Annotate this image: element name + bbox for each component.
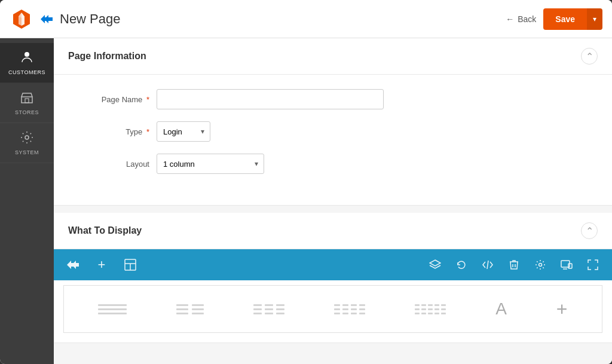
sidebar-item-customers[interactable]: CUSTOMERS	[0, 43, 54, 83]
page-name-label: Page Name *	[78, 95, 149, 104]
svg-marker-15	[430, 260, 440, 266]
fullscreen-icon-button[interactable]	[583, 255, 602, 274]
type-select-wrapper: Login Home Account Custom	[157, 121, 210, 142]
svg-marker-5	[44, 15, 53, 23]
settings-icon-button[interactable]	[531, 255, 550, 274]
svg-point-9	[25, 136, 29, 139]
sidebar-item-label-customers: CUSTOMERS	[8, 69, 45, 75]
main-layout: CUSTOMERS STORES	[0, 38, 612, 364]
system-icon	[20, 130, 34, 147]
page-name-input[interactable]	[157, 89, 384, 109]
sidebar-item-label-stores: STORES	[15, 109, 39, 115]
magento-logo	[10, 7, 33, 31]
back-button-label: Back	[518, 14, 536, 24]
page-information-section: Page Information ⌃ Page Name *	[54, 38, 612, 206]
sidebar-item-stores[interactable]: STORES	[0, 83, 54, 123]
layout-option-4col[interactable]	[334, 304, 365, 314]
type-required: *	[146, 127, 149, 136]
collapse-icon-2: ⌃	[586, 225, 593, 237]
chevron-down-icon: ▾	[593, 15, 596, 23]
svg-marker-11	[72, 261, 79, 269]
what-to-display-title: What To Display	[68, 225, 142, 236]
layout-row: Layout 1 column 2 columns with left bar …	[78, 154, 588, 174]
page-information-title: Page Information	[68, 51, 146, 62]
what-to-display-header: What To Display ⌃	[54, 213, 612, 249]
back-button[interactable]: ← Back	[506, 14, 536, 24]
type-label: Type *	[78, 127, 149, 136]
svg-rect-7	[22, 97, 32, 103]
svg-line-16	[487, 261, 488, 269]
toolbar-right-icons	[426, 255, 602, 274]
page-information-header: Page Information ⌃	[54, 38, 612, 75]
svg-point-19	[539, 264, 542, 267]
sidebar-item-system[interactable]: SYSTEM	[0, 123, 54, 163]
back-arrow-icon: ←	[506, 14, 514, 24]
collapse-icon: ⌃	[586, 51, 593, 62]
type-select[interactable]: Login Home Account Custom	[157, 121, 210, 142]
save-dropdown-button[interactable]: ▾	[587, 8, 602, 30]
customers-icon	[20, 50, 34, 67]
layout-option-5col[interactable]	[415, 304, 446, 314]
code-icon-button[interactable]	[478, 255, 497, 274]
layout-option-1col[interactable]	[98, 304, 127, 314]
delete-icon-button[interactable]	[504, 255, 524, 274]
save-button[interactable]: Save	[543, 8, 587, 30]
what-to-display-section: What To Display ⌃ +	[54, 213, 612, 343]
app-window: New Page ← Back Save ▾	[0, 0, 612, 364]
content-area: Page Information ⌃ Page Name *	[54, 38, 612, 364]
page-name-row: Page Name *	[78, 89, 588, 109]
plus-icon: +	[98, 257, 106, 273]
save-button-group: Save ▾	[543, 8, 602, 30]
layout-select[interactable]: 1 column 2 columns with left bar 2 colum…	[157, 154, 264, 174]
add-content-button[interactable]: +	[92, 255, 111, 274]
layout-button[interactable]	[121, 255, 140, 274]
layout-option-3col[interactable]	[253, 304, 284, 314]
page-title: New Page	[60, 11, 121, 27]
widget-toolbar: +	[54, 249, 612, 280]
widget-icon-button[interactable]	[63, 255, 82, 274]
header-actions: ← Back Save ▾	[506, 8, 602, 30]
header: New Page ← Back Save ▾	[0, 0, 612, 38]
responsive-icon-button[interactable]	[557, 255, 576, 274]
layout-option-2col[interactable]	[176, 304, 204, 314]
type-row: Type * Login Home Account Custom	[78, 121, 588, 142]
history-icon-button[interactable]	[452, 255, 471, 274]
layout-select-wrapper: 1 column 2 columns with left bar 2 colum…	[157, 154, 264, 174]
sidebar-item-label-system: SYSTEM	[15, 149, 39, 155]
svg-point-6	[25, 52, 29, 57]
widget-canvas: A +	[63, 285, 602, 333]
svg-rect-21	[568, 264, 572, 268]
layers-icon-button[interactable]	[426, 255, 445, 274]
stores-icon	[20, 90, 34, 107]
page-name-required: *	[146, 95, 149, 104]
svg-rect-8	[25, 99, 29, 103]
layout-label: Layout	[78, 160, 149, 169]
page-information-body: Page Name * Type * Login	[54, 75, 612, 205]
text-element-button[interactable]: A	[495, 299, 507, 319]
breadcrumb: New Page	[41, 11, 121, 27]
page-information-toggle[interactable]: ⌃	[581, 48, 598, 65]
breadcrumb-icon	[41, 14, 53, 24]
sidebar: CUSTOMERS STORES	[0, 38, 54, 364]
what-to-display-toggle[interactable]: ⌃	[581, 222, 598, 239]
add-element-button[interactable]: +	[556, 298, 568, 320]
